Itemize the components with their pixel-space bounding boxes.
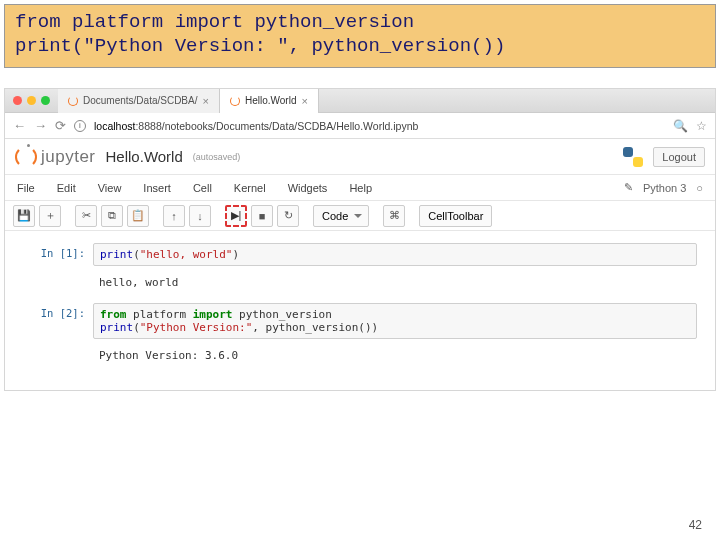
menu-kernel[interactable]: Kernel (234, 182, 266, 194)
menu-insert[interactable]: Insert (143, 182, 171, 194)
tab-bar: Documents/Data/SCDBA/ × Hello.World × (5, 89, 715, 113)
close-dot-icon[interactable] (13, 96, 22, 105)
input-prompt: In [1]: (23, 243, 93, 266)
save-icon[interactable]: 💾 (13, 205, 35, 227)
paste-icon[interactable]: 📋 (127, 205, 149, 227)
kernel-status-icon: ○ (696, 182, 703, 194)
page-number: 42 (689, 518, 702, 532)
menu-bar: File Edit View Insert Cell Kernel Widget… (5, 175, 715, 201)
move-down-icon[interactable]: ↓ (189, 205, 211, 227)
command-palette-icon[interactable]: ⌘ (383, 205, 405, 227)
code-cell[interactable]: In [1]: print("hello, world") (23, 243, 697, 266)
move-up-icon[interactable]: ↑ (163, 205, 185, 227)
logout-button[interactable]: Logout (653, 147, 705, 167)
jupyter-logo[interactable]: jupyter (15, 146, 96, 168)
back-icon[interactable]: ← (13, 118, 26, 133)
code-cell[interactable]: In [2]: from platform import python_vers… (23, 303, 697, 339)
code-input[interactable]: from platform import python_version prin… (93, 303, 697, 339)
site-info-icon[interactable]: i (74, 120, 86, 132)
notebook-name[interactable]: Hello.World (106, 148, 183, 165)
hero-code-line2: print("Python Version: ", python_version… (15, 35, 705, 59)
run-cell-icon[interactable]: ▶| (225, 205, 247, 227)
menu-cell[interactable]: Cell (193, 182, 212, 194)
menu-view[interactable]: View (98, 182, 122, 194)
tab-close-icon[interactable]: × (203, 95, 209, 107)
forward-icon[interactable]: → (34, 118, 47, 133)
minimize-dot-icon[interactable] (27, 96, 36, 105)
tab-label: Hello.World (245, 95, 297, 106)
menu-edit[interactable]: Edit (57, 182, 76, 194)
copy-icon[interactable]: ⧉ (101, 205, 123, 227)
output-prompt (23, 272, 93, 293)
input-prompt: In [2]: (23, 303, 93, 339)
autosave-status: (autosaved) (193, 152, 241, 162)
output-cell: hello, world (23, 272, 697, 293)
url-field[interactable]: localhost:8888/notebooks/Documents/Data/… (94, 120, 665, 132)
stop-icon[interactable]: ■ (251, 205, 273, 227)
hero-code-line1: from platform import python_version (15, 11, 705, 35)
menu-file[interactable]: File (17, 182, 35, 194)
restart-icon[interactable]: ↻ (277, 205, 299, 227)
menu-widgets[interactable]: Widgets (288, 182, 328, 194)
edit-pencil-icon[interactable]: ✎ (624, 181, 633, 194)
tab-close-icon[interactable]: × (301, 95, 307, 107)
address-bar: ← → ⟳ i localhost:8888/notebooks/Documen… (5, 113, 715, 139)
jupyter-favicon-icon (230, 96, 240, 106)
hero-code-block: from platform import python_version prin… (4, 4, 716, 68)
python-logo-icon (623, 147, 643, 167)
output-prompt (23, 345, 93, 366)
menu-help[interactable]: Help (349, 182, 372, 194)
output-cell: Python Version: 3.6.0 (23, 345, 697, 366)
cut-icon[interactable]: ✂ (75, 205, 97, 227)
kernel-indicator: Python 3 (643, 182, 686, 194)
bookmark-star-icon[interactable]: ☆ (696, 119, 707, 133)
tab-label: Documents/Data/SCDBA/ (83, 95, 198, 106)
jupyter-favicon-icon (68, 96, 78, 106)
output-text: Python Version: 3.6.0 (93, 345, 697, 366)
cell-toolbar-select[interactable]: CellToolbar (419, 205, 492, 227)
cell-type-select[interactable]: Code (313, 205, 369, 227)
code-input[interactable]: print("hello, world") (93, 243, 697, 266)
reload-icon[interactable]: ⟳ (55, 118, 66, 133)
add-cell-icon[interactable]: ＋ (39, 205, 61, 227)
zoom-icon[interactable]: 🔍 (673, 119, 688, 133)
window-controls (5, 96, 58, 105)
toolbar: 💾 ＋ ✂ ⧉ 📋 ↑ ↓ ▶| ■ ↻ Code ⌘ CellToolbar (5, 201, 715, 231)
zoom-dot-icon[interactable] (41, 96, 50, 105)
tab-notebook[interactable]: Hello.World × (220, 89, 319, 113)
notebook-body: In [1]: print("hello, world") hello, wor… (5, 231, 715, 390)
tab-folder[interactable]: Documents/Data/SCDBA/ × (58, 89, 220, 113)
browser-window: Documents/Data/SCDBA/ × Hello.World × ← … (4, 88, 716, 391)
jupyter-brand-text: jupyter (41, 147, 96, 167)
output-text: hello, world (93, 272, 697, 293)
jupyter-header: jupyter Hello.World (autosaved) Logout (5, 139, 715, 175)
jupyter-orb-icon (15, 146, 37, 168)
